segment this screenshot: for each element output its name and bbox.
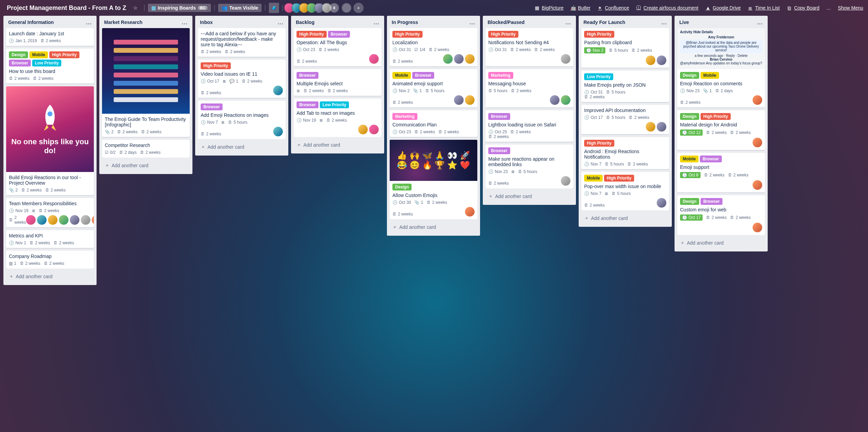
- card[interactable]: 👍 🙌 🦋 🙏 👀 🚀😂 😊 🔥 🏆 ⭐ ❤️DesignAllow Custo…: [390, 140, 477, 219]
- list-name[interactable]: Ready For Launch: [583, 20, 625, 25]
- card[interactable]: MarketingCommunication Plan🕓Oct 23🗓2 wee…: [390, 110, 477, 137]
- avatar[interactable]: [59, 215, 68, 225]
- add-card-button[interactable]: ＋Add another card: [390, 222, 477, 232]
- avatar[interactable]: [273, 127, 283, 136]
- card[interactable]: The Emoji Guide To Team Productivity [In…: [102, 28, 190, 137]
- avatar[interactable]: [550, 95, 559, 105]
- list-menu-button[interactable]: …: [565, 19, 571, 25]
- avatar[interactable]: [465, 95, 475, 105]
- avatar[interactable]: [369, 125, 379, 134]
- avatar[interactable]: [454, 95, 464, 105]
- powerup-copy-board[interactable]: ⧉Copy Board: [787, 5, 819, 11]
- card[interactable]: BrowserAdd Emoji Reactions on images🕓Nov…: [198, 101, 286, 139]
- add-card-button[interactable]: ＋Add another card: [294, 140, 381, 150]
- list-menu-button[interactable]: …: [181, 19, 188, 25]
- list-name[interactable]: Market Research: [104, 20, 142, 25]
- avatar[interactable]: [646, 55, 655, 65]
- avatar[interactable]: [561, 95, 570, 105]
- add-card-button[interactable]: ＋Add another card: [486, 191, 573, 201]
- card[interactable]: Competitor Research☑0/2🗓2 days🗓2 weeks: [102, 140, 190, 158]
- avatar-more[interactable]: 8: [329, 3, 339, 13]
- card[interactable]: Metrics and KPI🕓Nov 1🗓2 weeks🗓2 weeks: [6, 230, 94, 248]
- list-name[interactable]: Backlog: [296, 20, 314, 25]
- list-menu-button[interactable]: …: [757, 19, 763, 25]
- star-button[interactable]: ☆: [130, 3, 141, 13]
- avatar[interactable]: [273, 86, 283, 95]
- visibility-chip[interactable]: 👥 Team Visible: [218, 4, 262, 12]
- invite-button[interactable]: +: [353, 3, 364, 13]
- avatar[interactable]: [561, 176, 570, 186]
- card[interactable]: High PriorityAndroid : Emoji Reactions N…: [581, 137, 669, 169]
- avatar[interactable]: [342, 3, 351, 13]
- show-menu-button[interactable]: Show Menu: [838, 5, 863, 11]
- avatar[interactable]: [561, 54, 570, 64]
- card[interactable]: Low PriorityMake Emojis pretty on JSON🕓O…: [581, 71, 669, 102]
- card[interactable]: High PriorityNotifications Not Sending #…: [486, 28, 573, 66]
- powerup-bigpicture[interactable]: ▦BigPicture: [534, 5, 564, 11]
- card[interactable]: BrowserLow PriorityAdd Tab to react on i…: [294, 99, 381, 137]
- list-menu-button[interactable]: …: [86, 19, 92, 25]
- briefcase-button[interactable]: 🧳: [269, 3, 279, 13]
- card[interactable]: Launch date : January 1st🕓Jan 1, 2019🗓2 …: [6, 28, 94, 46]
- avatar[interactable]: [443, 54, 453, 64]
- card[interactable]: MarketingMessaging house🗓5 hours🗓2 weeks: [486, 69, 573, 108]
- add-card-button[interactable]: ＋Add another card: [198, 142, 286, 152]
- card[interactable]: BrowserLightbox loading issue on Safari🕓…: [486, 110, 573, 142]
- card[interactable]: Team Members Responsibilities🕓Nov 19≣🗓2 …: [6, 198, 94, 227]
- card[interactable]: Activity Hide DetailsAmy Freiderson@Bria…: [677, 28, 765, 108]
- avatar[interactable]: [657, 198, 666, 208]
- list-name[interactable]: Inbox: [200, 20, 213, 25]
- card[interactable]: MobileBrowserEmoji support🕓Oct 8🗓2 weeks…: [677, 153, 765, 193]
- powerup-create-airfocus-document[interactable]: ⓘCreate airfocus document: [636, 5, 698, 11]
- card[interactable]: DesignHigh PriorityMaterial design for A…: [677, 110, 765, 150]
- avatar[interactable]: [26, 215, 36, 225]
- avatar[interactable]: [753, 138, 762, 147]
- powerup-time-in-list[interactable]: ≣Time In List: [747, 5, 780, 11]
- card[interactable]: High PriorityVideo load issues on IE 11🕓…: [198, 60, 286, 98]
- powerup-confluence[interactable]: ✶Confluence: [597, 5, 629, 11]
- board-title[interactable]: Project Management Board - From A to Z: [5, 3, 128, 13]
- list-name[interactable]: Live: [679, 20, 689, 25]
- avatar[interactable]: [70, 215, 79, 225]
- list-name[interactable]: Blocked/Paused: [488, 20, 525, 25]
- card[interactable]: High PriorityBrowserOperation: All The B…: [294, 28, 381, 66]
- avatar[interactable]: [753, 180, 762, 190]
- card[interactable]: BrowserMultiple Emojis select≣🗓2 weeks🗓2…: [294, 69, 381, 96]
- card[interactable]: High PriorityLocalization🕓Oct 31☑1/4🗓2 w…: [390, 28, 477, 66]
- list-menu-button[interactable]: …: [373, 19, 379, 25]
- card[interactable]: Improved API documentation🕓Oct 17🗓5 hour…: [581, 105, 669, 134]
- list-name[interactable]: In Progress: [392, 20, 418, 25]
- card[interactable]: MobileBrowserAnimated emoji support🕓Nov …: [390, 69, 477, 108]
- more-menu-button[interactable]: …: [826, 5, 831, 11]
- card[interactable]: DesignBrowserCustom emoji for web🕓Oct 17…: [677, 195, 765, 235]
- avatar[interactable]: [37, 215, 47, 225]
- card[interactable]: Company Roadmap▥1🗓2 weeks🗓2 weeks: [6, 251, 94, 269]
- list-menu-button[interactable]: …: [661, 19, 667, 25]
- add-card-button[interactable]: ＋Add another card: [6, 271, 94, 282]
- avatar[interactable]: [753, 95, 762, 105]
- powerup-butler[interactable]: 🤖Butler: [570, 5, 591, 11]
- avatar[interactable]: [454, 54, 464, 64]
- list-menu-button[interactable]: …: [277, 19, 284, 25]
- card[interactable]: BrowserMake sure reactions appear on emb…: [486, 145, 573, 188]
- card[interactable]: DesignMobileHigh PriorityBrowserLow Prio…: [6, 49, 94, 84]
- card[interactable]: MobileHigh PriorityPop-over max width is…: [581, 172, 669, 210]
- card[interactable]: No one ships like you do!Build Emoji Rea…: [6, 86, 94, 195]
- team-chip[interactable]: ▥ Inspiring Boards BC: [148, 4, 211, 12]
- add-card-button[interactable]: ＋Add another card: [677, 238, 765, 248]
- avatar[interactable]: [657, 55, 666, 65]
- avatar[interactable]: [646, 122, 655, 132]
- avatar[interactable]: [657, 122, 666, 132]
- avatar[interactable]: [369, 54, 379, 64]
- list-name[interactable]: General Information: [8, 20, 54, 25]
- avatar[interactable]: [48, 215, 58, 225]
- card[interactable]: High PriorityPasting from clipboard🕓Nov …: [581, 28, 669, 68]
- powerup-google-drive[interactable]: ▲Google Drive: [705, 5, 741, 11]
- avatar[interactable]: [465, 207, 475, 217]
- avatar[interactable]: [81, 215, 90, 225]
- avatar[interactable]: [753, 223, 762, 232]
- avatar[interactable]: [358, 125, 368, 134]
- avatar[interactable]: [92, 215, 94, 225]
- avatar[interactable]: [465, 54, 475, 64]
- add-card-button[interactable]: ＋Add another card: [581, 213, 669, 223]
